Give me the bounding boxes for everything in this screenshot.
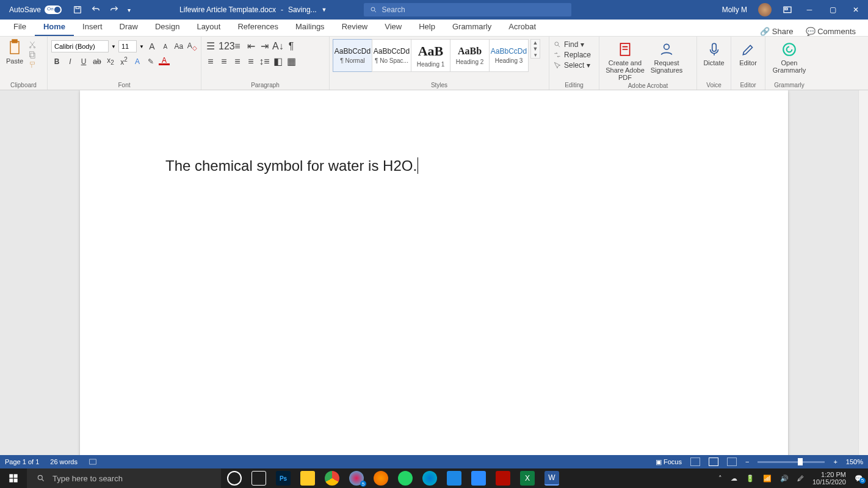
web-layout-icon[interactable] — [727, 458, 737, 466]
title-dropdown-icon[interactable]: ▼ — [322, 7, 327, 13]
excel-icon[interactable]: X — [520, 471, 535, 486]
word-icon[interactable]: W — [544, 471, 559, 486]
user-name[interactable]: Molly M — [722, 5, 747, 14]
ribbon-display-icon[interactable] — [783, 5, 792, 15]
tab-acrobat[interactable]: Acrobat — [500, 18, 544, 36]
style---normal[interactable]: AaBbCcDd¶ Normal — [333, 39, 372, 72]
style-heading-1[interactable]: AaBHeading 1 — [411, 39, 450, 72]
print-layout-icon[interactable] — [709, 458, 718, 466]
tab-home[interactable]: Home — [35, 18, 74, 36]
share-button[interactable]: 🔗 Share — [760, 27, 793, 36]
volume-icon[interactable]: 🔊 — [780, 475, 789, 483]
undo-icon[interactable] — [91, 5, 101, 15]
align-center-icon[interactable]: ≡ — [219, 56, 230, 67]
styles-down-icon[interactable]: ▼ — [531, 46, 540, 52]
find-button[interactable]: Find ▾ — [553, 40, 591, 49]
firefox-icon[interactable] — [374, 471, 388, 486]
justify-icon[interactable]: ≡ — [245, 56, 256, 67]
bold-button[interactable]: B — [51, 57, 62, 66]
font-name-input[interactable] — [51, 40, 109, 52]
tab-view[interactable]: View — [376, 18, 410, 36]
underline-button[interactable]: U — [78, 57, 89, 66]
cortana-icon[interactable] — [227, 471, 242, 486]
save-icon[interactable] — [73, 5, 82, 15]
styles-more-icon[interactable]: ▾ — [531, 52, 540, 58]
create-share-pdf-button[interactable]: Create and Share Adobe PDF — [603, 39, 647, 81]
subscript-button[interactable]: x2 — [105, 56, 116, 66]
status-words[interactable]: 26 words — [50, 458, 78, 465]
superscript-button[interactable]: x2 — [118, 56, 129, 66]
decrease-indent-icon[interactable]: ⇤ — [245, 40, 256, 52]
action-center-icon[interactable]: 💬 — [855, 475, 863, 483]
tab-review[interactable]: Review — [333, 18, 377, 36]
copy-icon[interactable] — [28, 51, 37, 59]
numbering-icon[interactable]: 123 — [219, 41, 230, 52]
tab-mailings[interactable]: Mailings — [287, 18, 333, 36]
photoshop-icon[interactable]: Ps — [276, 471, 291, 486]
redo-icon[interactable] — [109, 5, 119, 15]
avatar[interactable] — [758, 3, 772, 16]
tab-references[interactable]: References — [229, 18, 286, 36]
align-right-icon[interactable]: ≡ — [232, 56, 243, 67]
ime-icon[interactable]: 🖉 — [797, 475, 804, 482]
zoom-out-button[interactable]: − — [745, 458, 749, 465]
grow-font-icon[interactable]: A — [146, 41, 157, 51]
style---no-spac---[interactable]: AaBbCcDd¶ No Spac... — [372, 39, 411, 72]
taskbar-search[interactable]: Type here to search — [27, 468, 221, 488]
file-explorer-icon[interactable] — [300, 471, 315, 486]
whatsapp-icon[interactable] — [398, 471, 413, 486]
request-signatures-button[interactable]: Request Signatures — [649, 39, 684, 74]
focus-mode-button[interactable]: ▣ Focus — [656, 458, 682, 466]
document-page[interactable]: The chemical symbol for water is H2O. — [80, 90, 788, 455]
sort-icon[interactable]: A↓ — [272, 41, 283, 52]
read-mode-icon[interactable] — [690, 458, 700, 466]
zoom-level[interactable]: 150% — [846, 458, 863, 465]
strikethrough-button[interactable]: ab — [92, 57, 103, 66]
show-marks-icon[interactable]: ¶ — [286, 41, 297, 52]
font-size-input[interactable] — [118, 40, 137, 52]
font-color-icon[interactable]: A — [159, 57, 170, 66]
start-button[interactable] — [0, 473, 27, 483]
font-size-chevron-icon[interactable]: ▼ — [139, 44, 144, 49]
cut-icon[interactable] — [28, 40, 37, 49]
status-page[interactable]: Page 1 of 1 — [5, 458, 39, 465]
acrobat-icon[interactable] — [496, 471, 510, 486]
select-button[interactable]: Select ▾ — [553, 61, 591, 70]
open-grammarly-button[interactable]: Open Grammarly — [769, 39, 809, 74]
tray-chevron-icon[interactable]: ˄ — [718, 475, 722, 483]
slack-icon[interactable] — [349, 471, 364, 486]
onedrive-icon[interactable]: ☁ — [731, 475, 737, 483]
styles-up-icon[interactable]: ▲ — [531, 40, 540, 46]
task-view-icon[interactable] — [251, 471, 266, 486]
zoom-slider[interactable] — [758, 461, 825, 463]
wifi-icon[interactable]: 📶 — [763, 475, 772, 483]
change-case-icon[interactable]: Aa — [173, 42, 184, 51]
increase-indent-icon[interactable]: ⇥ — [259, 40, 270, 52]
snipping-icon[interactable] — [447, 471, 461, 486]
tab-layout[interactable]: Layout — [188, 18, 229, 36]
line-spacing-icon[interactable]: ↕≡ — [259, 56, 270, 67]
editor-button[interactable]: Editor — [735, 39, 761, 66]
qat-customize-icon[interactable]: ▾ — [128, 7, 131, 13]
vertical-scrollbar[interactable] — [858, 90, 868, 455]
align-left-icon[interactable]: ≡ — [205, 56, 216, 67]
format-painter-icon[interactable] — [28, 61, 37, 70]
battery-icon[interactable]: 🔋 — [746, 475, 754, 483]
chrome-icon[interactable] — [325, 471, 339, 486]
zoom-icon[interactable] — [471, 471, 486, 486]
text-effects-icon[interactable]: A — [132, 57, 143, 66]
style-heading-3[interactable]: AaBbCcDdHeading 3 — [489, 39, 529, 72]
clear-formatting-icon[interactable]: A◇ — [187, 41, 198, 51]
borders-icon[interactable]: ▦ — [286, 56, 297, 67]
document-text[interactable]: The chemical symbol for water is H2O. — [165, 157, 703, 174]
highlight-icon[interactable]: ✎ — [145, 57, 156, 66]
bullets-icon[interactable]: ☰ — [205, 40, 216, 52]
font-name-chevron-icon[interactable]: ▼ — [111, 44, 116, 49]
zoom-in-button[interactable]: + — [833, 458, 837, 465]
tab-design[interactable]: Design — [146, 18, 188, 36]
tab-grammarly[interactable]: Grammarly — [444, 18, 500, 36]
clock[interactable]: 1:20 PM 10/15/2020 — [812, 471, 846, 486]
italic-button[interactable]: I — [65, 57, 76, 66]
search-box[interactable]: Search — [364, 3, 571, 16]
tab-help[interactable]: Help — [410, 18, 444, 36]
